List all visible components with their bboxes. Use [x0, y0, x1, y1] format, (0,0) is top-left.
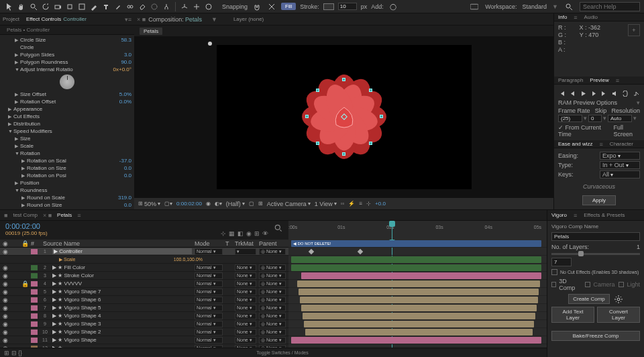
prop-row[interactable]: ▶Circle Size58.3: [3, 36, 131, 44]
hand-tool-icon[interactable]: [16, 1, 27, 12]
track-row[interactable]: [288, 312, 547, 320]
layer-row[interactable]: ◉1▶ ControllerNormal ▾ ▾◎ None ▾: [0, 248, 288, 256]
add-shape-icon[interactable]: ◯: [388, 1, 398, 12]
loop-icon[interactable]: [622, 89, 630, 97]
track-row[interactable]: [288, 304, 547, 312]
from-current-check[interactable]: ✓ From Current Time: [558, 124, 608, 138]
3d-comp-check[interactable]: 3D Comp: [551, 278, 581, 291]
search-help-input[interactable]: [580, 2, 640, 11]
tab-info[interactable]: Info: [558, 14, 567, 20]
resolution-icon[interactable]: ▢▾: [164, 201, 172, 207]
layer-search-icon[interactable]: [274, 223, 283, 233]
tab-effects-presets[interactable]: Effects & Presets: [584, 212, 625, 218]
prop-row[interactable]: ▶Rotation on Scal-37.0: [3, 157, 131, 164]
full-screen-check[interactable]: Full Screen: [614, 124, 640, 138]
pen-tool-icon[interactable]: [89, 1, 99, 12]
view-dropdown[interactable]: 1 View ▾: [315, 201, 337, 207]
create-comp-button[interactable]: Create Comp: [568, 294, 610, 304]
resolution-dropdown[interactable]: (Half) ▾: [226, 201, 245, 207]
layer-row[interactable]: ◉7▶ ★ Vigoro Shape 5Normal ▾None ▾◎ None…: [0, 304, 288, 312]
scale-property-row[interactable]: ▶ Scale100.0,100.0%: [0, 256, 288, 264]
zoom-dropdown[interactable]: ⊞ 50% ▾: [138, 201, 160, 207]
clone-tool-icon[interactable]: [125, 1, 136, 12]
fill-button[interactable]: Fill: [281, 3, 296, 10]
timecode-display[interactable]: 0:00:02:00: [176, 201, 202, 207]
handle[interactable]: [369, 89, 372, 92]
eraser-tool-icon[interactable]: [137, 1, 148, 12]
stroke-swatch[interactable]: [323, 3, 334, 10]
prop-row[interactable]: ▶Rotation on Posi0.0: [3, 172, 131, 179]
draft-3d-icon[interactable]: ▦: [229, 230, 235, 237]
motion-blur-icon[interactable]: ◉: [246, 230, 252, 237]
pan-behind-tool-icon[interactable]: [64, 1, 75, 12]
tab-composition[interactable]: Composition: Petals: [148, 16, 202, 23]
layer-row[interactable]: ◉11▶ ★ Vigoro ShapeNormal ▾None ▾◎ None …: [0, 336, 288, 344]
view-axis-icon[interactable]: [203, 1, 214, 12]
timeline-icon[interactable]: ≡: [359, 201, 362, 207]
add-text-layer-button[interactable]: Add Text Layer: [551, 307, 594, 323]
track-row[interactable]: [288, 272, 547, 280]
last-frame-icon[interactable]: [600, 89, 608, 97]
comp-mini-flowchart-icon[interactable]: ⊹: [221, 230, 226, 237]
apply-button[interactable]: Apply: [582, 195, 616, 205]
puppet-tool-icon[interactable]: [161, 1, 172, 12]
easing-select[interactable]: Expo ▾: [600, 152, 640, 160]
layers-input[interactable]: [551, 258, 572, 266]
handle[interactable]: [380, 115, 383, 118]
ram-options-menu[interactable]: ▾: [637, 99, 640, 106]
prop-row[interactable]: ▶Size Offset5.0%: [3, 91, 131, 98]
prop-row[interactable]: ▶Round on Size0.0: [3, 201, 131, 209]
handle[interactable]: [305, 115, 309, 118]
snap-icon[interactable]: [252, 1, 262, 12]
track-row[interactable]: [288, 320, 547, 328]
convert-layer-button[interactable]: Convert Layer: [597, 307, 640, 323]
panel-menu-icon[interactable]: ▾≡: [125, 16, 131, 23]
layer-row[interactable]: ◉🔒4▶ ★ VVVVVNormal ▾None ▾◎ None ▾: [0, 280, 288, 288]
layer-row[interactable]: ◉6▶ ★ Vigoro Shape 6Normal ▾None ▾◎ None…: [0, 296, 288, 304]
time-ruler[interactable]: :00s01s02s03s04s05s: [288, 221, 547, 240]
snapshot-icon[interactable]: ◉: [206, 201, 211, 207]
type-tool-icon[interactable]: [101, 1, 111, 12]
prop-row[interactable]: ▶Distribution: [3, 120, 131, 128]
flower-shape[interactable]: [297, 70, 391, 164]
graph-editor-icon[interactable]: ⊞: [254, 230, 260, 237]
prop-row[interactable]: ▼Roundness: [3, 187, 131, 194]
first-frame-icon[interactable]: [558, 89, 566, 97]
prop-row[interactable]: ▶Rotation on Size0.0: [3, 164, 131, 172]
sync-icon[interactable]: [469, 1, 480, 12]
ram-preview-icon[interactable]: [632, 89, 640, 97]
rotate-tool-icon[interactable]: [40, 1, 51, 12]
handle[interactable]: [316, 89, 319, 92]
prop-row[interactable]: ▼Rotation: [3, 150, 131, 157]
layers-slider[interactable]: [551, 253, 640, 255]
composition-viewer[interactable]: [134, 36, 553, 197]
prop-row[interactable]: ▶Appearance: [3, 105, 131, 113]
handle[interactable]: [316, 142, 319, 145]
mute-icon[interactable]: [611, 89, 619, 97]
fast-preview-icon[interactable]: ⚡: [348, 201, 355, 207]
layer-row[interactable]: ◉5▶ ★ Vigoro Shape 7Normal ▾None ▾◎ None…: [0, 288, 288, 296]
tab-test-comp[interactable]: test Comp: [13, 212, 37, 218]
toggle-switches-icon[interactable]: ⊞ ⊟ {}: [4, 350, 22, 356]
track-row[interactable]: [288, 264, 547, 272]
prop-row[interactable]: ▼Speed Modifiers: [3, 128, 131, 135]
tab-layer[interactable]: Layer (none): [233, 16, 264, 22]
track-row[interactable]: [288, 288, 547, 296]
layer-row[interactable]: ◉2▶ ★ Fill ColorNormal ▾None ▾◎ None ▾: [0, 264, 288, 272]
tab-petals-timeline[interactable]: Petals: [57, 212, 72, 218]
skip-select[interactable]: 0: [588, 115, 602, 122]
tab-effect-controls[interactable]: Effect Controls: [26, 16, 61, 22]
ease-type-select[interactable]: In + Out ▾: [600, 161, 640, 169]
track-row[interactable]: [288, 256, 547, 264]
frame-blend-icon[interactable]: ◧: [237, 230, 244, 237]
workspace-value[interactable]: Standard: [523, 3, 547, 10]
resolution-select[interactable]: Auto: [608, 115, 632, 122]
prop-row[interactable]: Circle: [3, 44, 131, 51]
comp-chip[interactable]: Petals: [140, 28, 162, 35]
exposure-value[interactable]: +0.0: [375, 201, 386, 207]
prop-row[interactable]: ▶Polygon Sides3.0: [3, 51, 131, 58]
composition-canvas[interactable]: [217, 45, 472, 189]
camera-check[interactable]: Camera: [585, 278, 614, 291]
shy-icon[interactable]: 👁: [262, 230, 268, 237]
track-row[interactable]: ◀ DO NOT DELETE!: [288, 240, 547, 248]
